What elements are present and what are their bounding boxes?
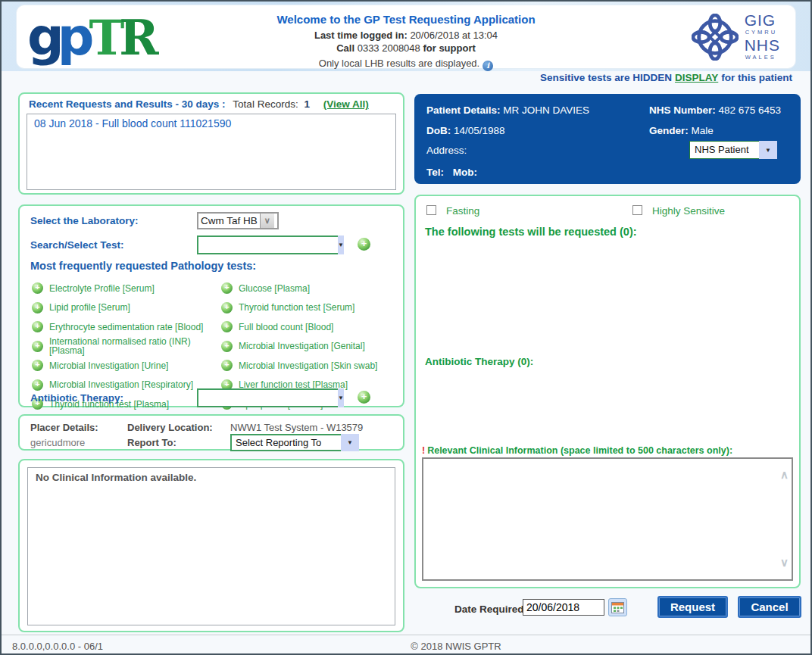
highly-sensitive-label: Highly Sensitive [652, 205, 725, 217]
request-button[interactable]: Request [657, 596, 728, 618]
add-test-icon[interactable] [358, 238, 370, 251]
header-welcome-block: Welcome to the GP Test Requesting Applic… [228, 13, 584, 71]
fasting-checkbox[interactable] [426, 205, 436, 215]
recent-requests-header: Recent Requests and Results - 30 days : … [29, 98, 369, 110]
patient-type-select[interactable]: NHS Patient [689, 141, 777, 159]
report-to-label: Report To: [127, 437, 176, 448]
add-test-icon[interactable] [221, 341, 233, 352]
search-test-combo[interactable] [197, 235, 341, 254]
add-test-icon[interactable] [221, 302, 233, 313]
total-records-count: 1 [304, 98, 310, 110]
placer-details-section: Placer Details: Delivery Location: NWW1 … [18, 414, 404, 451]
tel-mob-line: Tel: Mob: [426, 167, 477, 178]
test-label: Glucose [Plasma] [239, 284, 310, 294]
patient-name-line: Patient Details: MR JOHN DAVIES [426, 104, 589, 116]
required-mark: ! [422, 445, 425, 456]
logo-letter-r: R [119, 10, 158, 66]
scroll-up-icon[interactable]: ∧ [780, 470, 789, 479]
report-to-value: Select Reporting To [230, 434, 341, 451]
antibiotic-therapy-label: Antibiotic Therapy: [30, 392, 123, 404]
add-test-icon[interactable] [32, 360, 43, 371]
view-all-link[interactable]: (View All) [323, 98, 369, 110]
patient-details-panel: Patient Details: MR JOHN DAVIES NHS Numb… [414, 94, 801, 184]
chevron-down-icon[interactable] [260, 214, 274, 228]
sensitive-tests-banner: Sensitive tests are HIDDENDISPLAYfor thi… [540, 72, 792, 83]
sensitive-prefix: Sensitive tests are HIDDEN [540, 72, 672, 83]
support-for-label: for support [423, 42, 475, 54]
test-link[interactable]: Microbial Investigation [Urine] [32, 356, 221, 376]
date-required-input[interactable] [523, 599, 604, 616]
nhs-wales-wordmark: GIG CYMRU NHS WALES [745, 12, 780, 61]
test-link[interactable]: Glucose [Plasma] [221, 279, 401, 298]
search-select-test-label: Search/Select Test: [30, 239, 124, 251]
test-request-panel: Fasting Highly Sensitive The following t… [414, 195, 801, 588]
nhs-number-value: 482 675 6453 [719, 104, 782, 116]
gptr-application-window: gpTR Welcome to the GP Test Requesting A… [0, 0, 812, 655]
antibiotic-combo[interactable] [197, 388, 341, 407]
add-test-icon[interactable] [221, 360, 233, 371]
test-label: Thyroid function test [Serum] [239, 303, 354, 313]
display-sensitive-link[interactable]: DISPLAY [675, 72, 718, 83]
test-link[interactable]: Microbial Investigation [Skin swab] [221, 356, 401, 376]
test-label: Microbial Investigation [Skin swab] [239, 361, 377, 371]
report-to-select[interactable]: Select Reporting To [230, 434, 359, 451]
nhs-nhs-text: NHS [745, 37, 780, 53]
last-login-label: Last time logged in: [314, 30, 408, 41]
dob-value: 14/05/1988 [454, 125, 505, 136]
chevron-down-icon[interactable] [338, 235, 344, 254]
requested-tests-heading: The following tests will be requested (0… [425, 226, 637, 238]
scroll-down-icon[interactable]: ∨ [780, 558, 789, 567]
test-link[interactable]: Electrolyte Profile [Serum] [32, 279, 221, 298]
recent-requests-section: Recent Requests and Results - 30 days : … [18, 92, 404, 195]
test-link[interactable]: Thyroid function test [Serum] [221, 298, 401, 318]
test-label: Erythrocyte sedimentation rate [Blood] [49, 323, 203, 332]
laboratory-select[interactable]: Cwm Taf HB [197, 212, 279, 229]
recent-result-item[interactable]: 08 Jun 2018 - Full blood count 111021590 [34, 117, 389, 129]
test-label: Microbial Investigation [Genital] [239, 342, 365, 351]
add-test-icon[interactable] [32, 341, 43, 352]
footer-divider [2, 635, 810, 635]
add-test-icon[interactable] [221, 321, 233, 332]
add-test-icon[interactable] [32, 379, 43, 391]
header-card: gpTR Welcome to the GP Test Requesting A… [17, 5, 795, 68]
gender-value: Male [692, 125, 714, 136]
test-link[interactable]: Erythrocyte sedimentation rate [Blood] [32, 317, 221, 337]
test-link[interactable]: Microbial Investigation [Genital] [221, 337, 401, 357]
test-link[interactable]: International normalised ratio (INR) [Pl… [32, 337, 221, 357]
clinical-information-textarea[interactable] [422, 457, 793, 581]
chevron-down-icon[interactable] [341, 434, 359, 451]
no-clinical-info-message: No Clinical Information available. [36, 472, 387, 483]
celtic-knot-icon [692, 14, 739, 61]
page-title: Welcome to the GP Test Requesting Applic… [228, 13, 584, 26]
add-antibiotic-icon[interactable] [358, 391, 370, 404]
delivery-location-value: NWW1 Test System - W13579 [230, 422, 363, 433]
antibiotic-input[interactable] [197, 388, 338, 407]
search-test-input[interactable] [197, 235, 338, 254]
test-link[interactable]: Full blood count [Blood] [221, 317, 401, 337]
add-test-icon[interactable] [221, 282, 233, 294]
placer-details-label: Placer Details: [30, 422, 98, 433]
recent-requests-title: Recent Requests and Results - 30 days : [29, 98, 226, 110]
date-required-label: Date Required: [454, 604, 527, 615]
add-test-icon[interactable] [32, 321, 43, 332]
test-label: Full blood count [Blood] [239, 323, 333, 332]
cancel-button[interactable]: Cancel [738, 596, 801, 618]
info-icon[interactable] [483, 61, 493, 71]
patient-details-label: Patient Details: [426, 104, 501, 116]
add-test-icon[interactable] [32, 302, 43, 313]
nhs-cymru-text: CYMRU [745, 30, 780, 36]
test-label: Microbial Investigation [Urine] [49, 361, 168, 371]
last-login-value: 20/06/2018 at 13:04 [410, 30, 498, 41]
frequent-tests-title: Most frequently requested Pathology test… [30, 260, 256, 272]
clinical-information-section: No Clinical Information available. [18, 459, 404, 632]
gptr-logo: gpTR [27, 7, 159, 80]
test-link[interactable]: Lipid profile [Serum] [32, 298, 221, 318]
test-label: Electrolyte Profile [Serum] [49, 284, 155, 294]
calendar-button[interactable] [608, 598, 627, 616]
nhs-wales-logo: GIG CYMRU NHS WALES [692, 12, 780, 61]
chevron-down-icon[interactable] [338, 388, 344, 407]
add-test-icon[interactable] [32, 282, 43, 294]
lhb-note-line: Only local LHB results are displayed. [228, 57, 584, 71]
chevron-down-icon[interactable] [759, 141, 777, 159]
highly-sensitive-checkbox[interactable] [632, 205, 642, 215]
